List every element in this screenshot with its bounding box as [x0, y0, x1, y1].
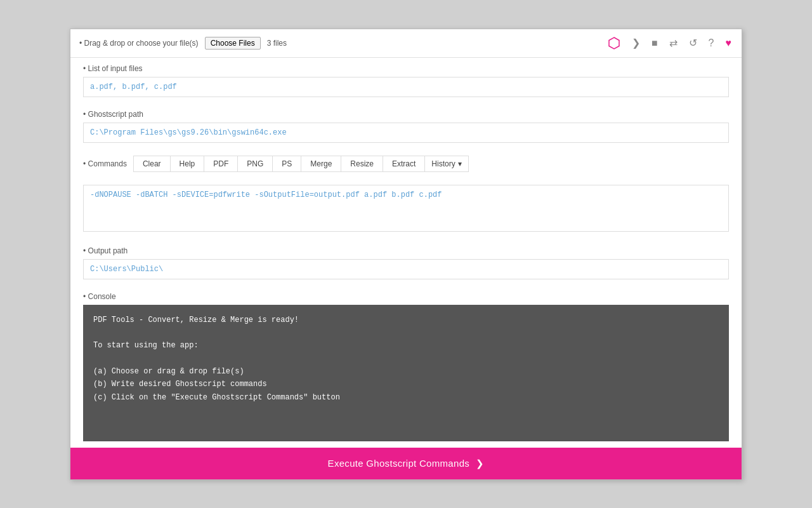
content-area: List of input files Ghostscript path Com…	[70, 58, 742, 479]
execute-arrow-icon: ❯	[476, 458, 484, 469]
ghostscript-path-field[interactable]	[83, 123, 729, 143]
refresh-icon-button[interactable]: ⇄	[668, 36, 679, 50]
hex-icon-button[interactable]	[606, 36, 622, 51]
input-files-section: List of input files	[70, 58, 742, 104]
execute-label: Execute Ghostscript Commands	[328, 458, 469, 469]
console-line-3: (a) Choose or drag & drop file(s)	[93, 365, 719, 378]
input-files-label: List of input files	[83, 64, 729, 73]
resize-button[interactable]: Resize	[341, 156, 383, 172]
stop-icon-button[interactable]: ■	[650, 36, 659, 50]
console-line-2: To start using the app:	[93, 339, 719, 352]
arrow-right-icon-button[interactable]: ❯	[631, 36, 641, 50]
commands-label: Commands	[83, 159, 127, 168]
reload-icon-button[interactable]: ↺	[688, 36, 698, 50]
file-count: 3 files	[267, 39, 287, 48]
app-window: • Drag & drop or choose your file(s) Cho…	[70, 29, 742, 480]
png-button[interactable]: PNG	[237, 156, 272, 172]
extract-button[interactable]: Extract	[383, 156, 424, 172]
command-section: -dNOPAUSE -dBATCH -sDEVICE=pdfwrite -sOu…	[70, 178, 742, 240]
help-button[interactable]: Help	[170, 156, 204, 172]
console-output: PDF Tools - Convert, Resize & Merge is r…	[83, 305, 729, 441]
console-section: Console PDF Tools - Convert, Resize & Me…	[70, 286, 742, 448]
console-line-5: (c) Click on the "Execute Ghostscript Co…	[93, 391, 719, 404]
clear-button[interactable]: Clear	[133, 156, 170, 172]
history-label: History	[431, 159, 455, 168]
commands-bar: Commands Clear Help PDF PNG PS Merge Res…	[70, 149, 742, 178]
drag-drop-label: • Drag & drop or choose your file(s)	[79, 39, 199, 48]
command-textarea[interactable]: -dNOPAUSE -dBATCH -sDEVICE=pdfwrite -sOu…	[83, 185, 729, 232]
console-line-blank1	[93, 326, 719, 339]
heart-icon-button[interactable]: ♥	[724, 36, 733, 50]
ghostscript-path-label: Ghostscript path	[83, 110, 729, 119]
top-bar: • Drag & drop or choose your file(s) Cho…	[70, 29, 742, 58]
execute-button[interactable]: Execute Ghostscript Commands ❯	[70, 448, 742, 479]
console-line-1: PDF Tools - Convert, Resize & Merge is r…	[93, 314, 719, 326]
console-line-blank2	[93, 352, 719, 365]
console-line-4: (b) Write desired Ghostscript commands	[93, 378, 719, 391]
svg-marker-0	[609, 37, 619, 49]
history-dropdown-icon: ▾	[458, 159, 462, 168]
top-bar-icons: ❯ ■ ⇄ ↺ ? ♥	[606, 36, 733, 51]
output-path-field[interactable]	[83, 259, 729, 279]
output-path-section: Output path	[70, 240, 742, 286]
merge-button[interactable]: Merge	[301, 156, 341, 172]
console-label: Console	[83, 292, 729, 301]
pdf-button[interactable]: PDF	[204, 156, 237, 172]
ps-button[interactable]: PS	[272, 156, 301, 172]
output-path-label: Output path	[83, 246, 729, 255]
history-button[interactable]: History ▾	[424, 156, 468, 172]
help-icon-button[interactable]: ?	[707, 36, 716, 50]
input-files-field[interactable]	[83, 77, 729, 97]
choose-files-button[interactable]: Choose Files	[205, 37, 261, 50]
ghostscript-path-section: Ghostscript path	[70, 104, 742, 149]
